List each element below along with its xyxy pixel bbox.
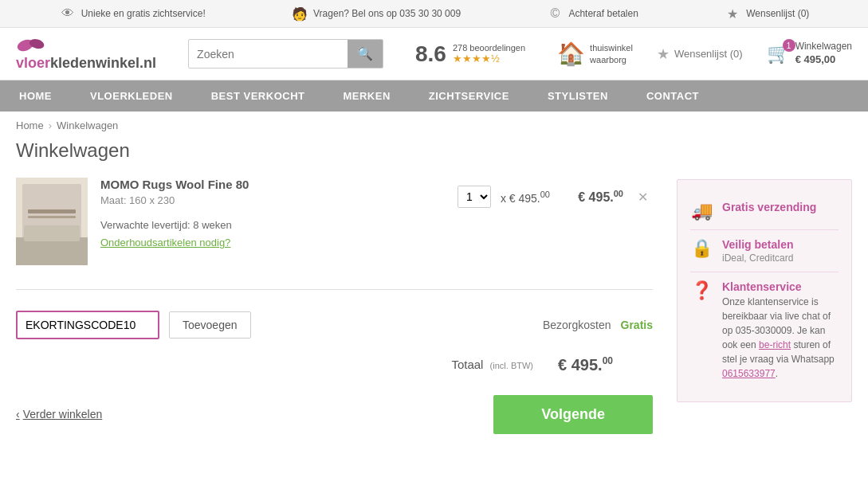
sidebar-box: 🚚 Gratis verzending 🔒 Veilig betalen iDe… (677, 179, 852, 402)
total-row: Totaal (incl. BTW) € 495.00 (16, 352, 653, 387)
qty-dropdown[interactable]: 1 2 3 (458, 186, 490, 207)
topbar-item-payment: © Achteraf betalen (546, 5, 638, 22)
thuiswinkel-text: thuiswinkel waarborg (590, 42, 633, 65)
product-size: Maat: 160 x 230 (100, 194, 445, 206)
cart-item: MOMO Rugs Wool Fine 80 Maat: 160 x 230 V… (16, 178, 653, 281)
quantity-price: 1 2 3 x € 495.00 € 495.00 ✕ (458, 178, 653, 208)
service-title: Klantenservice (722, 280, 839, 293)
total-price: € 495.00 (560, 189, 623, 205)
product-name: MOMO Rugs Wool Fine 80 (100, 178, 445, 191)
wishlist-block[interactable]: ★ Wensenlijst (0) (657, 45, 743, 63)
header: vloerkledenwinkel.nl 🔍 8.6 278 beoordeli… (0, 28, 868, 80)
nav-best-verkocht[interactable]: BEST VERKOCHT (192, 80, 324, 112)
product-info: MOMO Rugs Wool Fine 80 Maat: 160 x 230 V… (100, 178, 445, 248)
breadcrumb-home[interactable]: Home (16, 119, 44, 131)
sidebar: 🚚 Gratis verzending 🔒 Veilig betalen iDe… (677, 139, 852, 442)
sidebar-payment-content: Veilig betalen iDeal, Creditcard (722, 238, 839, 264)
nav-vloerkleden[interactable]: VLOERKLEDEN (71, 80, 192, 112)
breadcrumb-separator: › (49, 119, 52, 131)
truck-icon: 🚚 (690, 201, 713, 221)
qty-select[interactable]: 1 2 3 (458, 186, 491, 208)
breadcrumb: Home › Winkelwagen (0, 112, 868, 139)
thuiswinkel-icon: 🏠 (557, 41, 585, 67)
phone-icon: 🧑 (291, 5, 308, 22)
cart-text: Winkelwagen € 495,00 (795, 41, 852, 66)
shipping-title: Gratis verzending (722, 201, 839, 213)
sidebar-item-shipping: 🚚 Gratis verzending (690, 193, 839, 230)
discount-row: Toevoegen Bezorgkosten Gratis (16, 298, 653, 352)
divider (16, 289, 653, 290)
sidebar-shipping-content: Gratis verzending (722, 201, 839, 215)
remove-button[interactable]: ✕ (633, 188, 653, 206)
rating-info: 278 beoordelingen ★★★★½ (453, 43, 525, 65)
nav-home[interactable]: HOME (0, 80, 71, 112)
cart-icon-wrap: 🛒 1 (767, 42, 791, 65)
breadcrumb-current: Winkelwagen (57, 119, 118, 131)
main-content: Winkelwagen MOMO Rugs Wool Fine 80 Maat:… (0, 139, 868, 466)
payment-icon: © (546, 5, 564, 22)
wishlist-star-icon: ★ (657, 45, 670, 63)
question-icon: ❓ (690, 280, 713, 301)
volgende-button[interactable]: Volgende (493, 395, 653, 434)
unit-price: x € 495.00 (501, 190, 550, 205)
logo[interactable]: vloerkledenwinkel.nl (16, 36, 156, 72)
maintenance-link[interactable]: Onderhoudsartikelen nodig? (100, 237, 230, 248)
bezorgkosten-label: Bezorgkosten (543, 319, 611, 331)
svg-rect-7 (28, 216, 76, 218)
search-bar[interactable]: 🔍 (188, 39, 383, 68)
search-input[interactable] (189, 41, 348, 67)
bezorgkosten-value: Gratis (621, 319, 653, 331)
discount-button[interactable]: Toevoegen (169, 311, 251, 339)
topbar-item-wishlist[interactable]: ★ Wensenlijst (0) (724, 5, 809, 22)
topbar-item-vision: 👁 Unieke en gratis zichtservice! (59, 5, 206, 22)
svg-rect-4 (16, 237, 88, 265)
rating-number: 8.6 (415, 41, 446, 67)
page-title: Winkelwagen (16, 139, 653, 162)
product-image (16, 178, 88, 265)
totaal-value: € 495.00 (549, 355, 613, 374)
nav-merken[interactable]: MERKEN (324, 80, 409, 112)
nav-zichtservice[interactable]: ZICHTSERVICE (410, 80, 528, 112)
sidebar-item-payment: 🔒 Veilig betalen iDeal, Creditcard (690, 230, 839, 272)
payment-sub: iDeal, Creditcard (722, 252, 839, 264)
search-button[interactable]: 🔍 (348, 40, 383, 68)
bottom-actions: ‹ Verder winkelen Volgende (16, 387, 653, 442)
rating-stars: ★★★★½ (453, 53, 525, 65)
thuiswinkel-badge: 🏠 thuiswinkel waarborg (557, 41, 633, 67)
top-bar: 👁 Unieke en gratis zichtservice! 🧑 Vrage… (0, 0, 868, 28)
totaal-label: Totaal (incl. BTW) (451, 358, 533, 371)
cart-badge: 1 (783, 39, 795, 52)
verder-winkelen-link[interactable]: ‹ Verder winkelen (16, 408, 102, 421)
logo-text: vloerkledenwinkel.nl (16, 55, 156, 72)
whatsapp-link[interactable]: 0615633977 (722, 368, 776, 379)
main-nav: HOME VLOERKLEDEN BEST VERKOCHT MERKEN ZI… (0, 80, 868, 112)
bericht-link[interactable]: be-richt (759, 339, 791, 350)
topbar-item-phone: 🧑 Vragen? Bel ons op 035 30 30 009 (291, 5, 461, 22)
cart-section: Winkelwagen MOMO Rugs Wool Fine 80 Maat:… (16, 139, 653, 442)
product-delivery: Verwachte levertijd: 8 weken (100, 219, 445, 231)
nav-stylisten[interactable]: STYLISTEN (528, 80, 627, 112)
sidebar-service-content: Klantenservice Onze klantenservice is be… (722, 280, 839, 381)
sidebar-item-service: ❓ Klantenservice Onze klantenservice is … (690, 272, 839, 389)
chevron-left-icon: ‹ (16, 408, 20, 421)
svg-rect-5 (24, 225, 80, 241)
logo-icon (16, 36, 46, 53)
service-desc: Onze klantenservice is bereikbaar via li… (722, 295, 839, 381)
rating-block: 8.6 278 beoordelingen ★★★★½ (415, 41, 525, 67)
eye-icon: 👁 (59, 5, 77, 22)
cart-block[interactable]: 🛒 1 Winkelwagen € 495,00 (767, 41, 852, 66)
wishlist-label: Wensenlijst (0) (674, 48, 743, 60)
lock-icon: 🔒 (690, 238, 713, 259)
payment-title: Veilig betalen (722, 238, 839, 251)
svg-rect-6 (28, 209, 76, 213)
discount-input[interactable] (16, 311, 159, 339)
rating-reviews: 278 beoordelingen (453, 43, 525, 53)
nav-contact[interactable]: CONTACT (627, 80, 718, 112)
star-icon: ★ (724, 5, 741, 22)
